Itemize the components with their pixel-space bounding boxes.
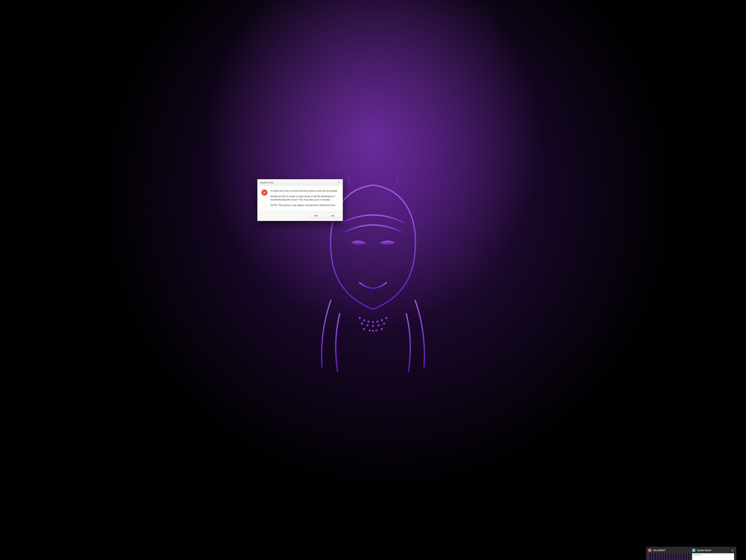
dialog-message: A critical error has occurred and the pr… [270,189,339,207]
taskbar-preview-panel: V VALORANT ⊞ System Error System Error [646,547,736,560]
svg-point-14 [372,330,374,332]
dialog-titlebar[interactable]: System Error [257,179,343,186]
taskbar-preview-valorant[interactable]: V VALORANT [648,549,690,560]
svg-point-8 [366,324,369,327]
yes-button[interactable]: Yes [309,213,323,218]
preview-thumbnail [648,553,690,560]
svg-point-6 [385,317,388,319]
dialog-paragraph: A critical error has occurred and the pr… [270,189,339,193]
x-mark-icon [263,191,266,194]
preview-header: ⊞ System Error [692,549,734,553]
svg-point-15 [375,329,377,332]
svg-point-3 [372,321,374,323]
dialog-paragraph: Would you like to create a crash dump to… [270,195,339,201]
svg-point-16 [381,328,383,330]
dialog-close-button[interactable] [337,181,341,184]
svg-point-7 [361,323,363,325]
window-icon: ⊞ [692,549,695,552]
svg-point-5 [381,319,383,321]
desktop-wallpaper [0,0,746,560]
system-error-dialog: System Error A critical error has occurr… [257,179,343,221]
svg-point-10 [377,324,380,327]
preview-header: V VALORANT [648,549,690,553]
close-icon [338,181,340,183]
dialog-paragraph: NOTE: The process may appear unresponsiv… [270,204,339,207]
svg-point-12 [363,328,365,330]
taskbar-preview-system-error[interactable]: ⊞ System Error System Error [692,549,734,560]
preview-mini-title: System Error [693,554,702,556]
dialog-title: System Error [260,181,274,184]
svg-point-4 [376,321,379,323]
svg-point-9 [372,325,374,327]
svg-point-2 [368,321,370,323]
preview-title: System Error [697,549,729,552]
close-icon [731,550,734,551]
preview-thumbnail: System Error [692,553,734,560]
svg-point-0 [358,317,361,319]
preview-close-button[interactable] [731,549,734,552]
svg-point-11 [383,323,385,325]
dialog-body: A critical error has occurred and the pr… [257,186,343,211]
valorant-icon: V [648,549,652,552]
preview-title: VALORANT [653,549,690,552]
error-icon [261,189,267,196]
svg-point-1 [363,319,365,321]
svg-point-13 [369,329,371,332]
no-button[interactable]: No [325,213,340,218]
dialog-footer: Yes No [257,211,343,221]
